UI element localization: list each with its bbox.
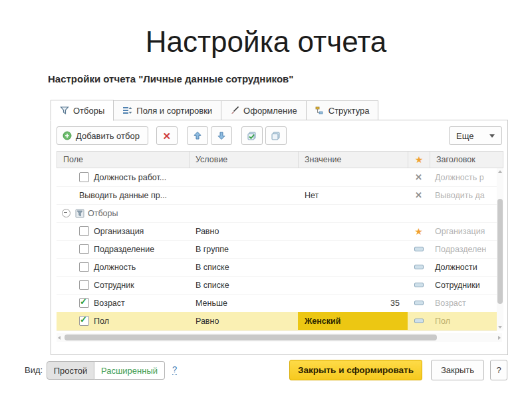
view-simple-button[interactable]: Простой [47,361,94,380]
add-filter-label: Добавить отбор [76,131,140,141]
close-and-generate-button[interactable]: Закрыть и сформировать [289,360,422,380]
scroll-down-icon[interactable] [498,326,502,329]
table-row[interactable]: Возраст Меньше 35 Возраст [57,294,503,313]
table-row[interactable]: Выводить данные пр... Нет ✕ Выводить да [57,186,503,205]
title-cell[interactable]: Сотрудники [430,276,503,294]
horizontal-scrollbar[interactable] [57,333,502,342]
title-cell[interactable]: Должность р [430,168,503,186]
group-label: Отборы [88,209,118,218]
table-row[interactable]: Сотрудник В списке Сотрудники [57,276,503,295]
condition-cell[interactable]: В группе [189,240,298,258]
tab-appearance[interactable]: Оформление [221,100,306,120]
field-label: Пол [94,317,109,326]
field-label: Сотрудник [94,281,134,290]
collapse-icon[interactable] [62,209,70,217]
table-row[interactable]: Должность работ... ✕ Должность р [57,168,503,187]
condition-cell[interactable] [189,186,298,204]
field-label: Организация [94,227,144,236]
column-header-field[interactable]: Поле [57,152,190,168]
checkbox-checked[interactable] [79,298,89,308]
brush-icon [230,106,239,115]
checkbox[interactable] [79,226,89,236]
table-row[interactable]: Организация Равно ★ Организация [57,222,503,241]
help-button[interactable]: ? [490,360,507,380]
vertical-scrollbar-thumb[interactable] [497,199,503,304]
view-switcher: Простой Расширенный [47,361,165,380]
tab-fields-sorting[interactable]: Поля и сортировки [114,100,221,120]
delete-filter-button[interactable]: ✕ [156,126,178,145]
more-button[interactable]: Еще [449,126,502,145]
view-extended-button[interactable]: Расширенный [94,361,165,380]
vertical-scrollbar[interactable] [497,168,503,331]
delete-x-icon: ✕ [163,131,172,141]
horizontal-scrollbar-thumb[interactable] [65,334,437,340]
tab-filters[interactable]: Отборы [51,100,114,121]
table-row-selected[interactable]: Пол Равно Женский Пол [57,312,503,331]
column-header-title[interactable]: Заголовок [430,152,503,168]
title-cell[interactable]: Возраст [430,294,503,312]
field-label: Возраст [94,299,125,308]
equals-icon [414,319,424,323]
checkbox-checked[interactable] [79,316,89,326]
value-cell[interactable]: Нет [298,186,408,204]
condition-cell[interactable]: Равно [189,312,298,330]
scroll-left-icon[interactable] [58,336,61,340]
equals-icon [414,265,424,269]
view-help-link[interactable]: ? [172,365,177,375]
scroll-up-icon[interactable] [498,170,502,173]
fields-sort-icon [122,106,132,115]
view-label: Вид: [25,365,43,375]
value-cell[interactable] [298,222,408,240]
table-row[interactable]: Подразделение В группе Подразделен [57,240,503,259]
title-cell[interactable]: Пол [430,312,503,330]
field-label: Должность [94,263,136,272]
condition-cell[interactable] [189,168,298,186]
field-label: Должность работ... [94,173,166,182]
title-cell[interactable]: Выводить да [430,186,503,204]
tab-structure[interactable]: Структура [306,100,379,120]
table-header: Поле Условие Значение ★ Заголовок [57,151,503,168]
column-header-value[interactable]: Значение [299,152,408,168]
uncheck-all-button[interactable] [265,126,287,145]
value-cell[interactable] [298,168,408,186]
value-cell[interactable] [298,276,408,294]
value-cell[interactable] [298,240,408,258]
move-up-button[interactable] [187,126,208,145]
condition-cell[interactable]: В списке [189,258,298,276]
close-button[interactable]: Закрыть [431,360,484,380]
filters-panel: Добавить отбор ✕ Еще Поле Условие Значен… [51,120,508,355]
report-settings-subtitle: Настройки отчета "Личные данные сотрудни… [48,73,293,84]
filters-toolbar: Добавить отбор ✕ Еще [57,126,502,146]
field-label: Подразделение [94,245,154,254]
checkbox[interactable] [79,262,89,272]
value-cell[interactable]: 35 [298,294,408,312]
value-cell[interactable] [298,258,408,276]
plus-circle-icon [63,131,72,140]
structure-icon [315,106,325,115]
scroll-right-icon[interactable] [498,336,501,340]
condition-cell[interactable]: В списке [189,276,298,294]
condition-cell[interactable]: Равно [189,222,298,240]
page-title: Настройка отчета [0,25,532,59]
checkbox[interactable] [79,244,89,254]
column-header-condition[interactable]: Условие [190,152,299,168]
value-cell-highlighted[interactable]: Женский [298,312,408,330]
checkbox[interactable] [79,280,89,290]
arrow-down-icon [217,131,226,140]
equals-icon [414,283,424,287]
checkbox[interactable] [79,172,89,182]
caret-down-icon [489,134,495,138]
condition-cell[interactable]: Меньше [189,294,298,312]
funnel-icon [60,106,69,115]
table-row-group[interactable]: Отборы [57,204,503,223]
title-cell[interactable]: Организация [430,222,503,240]
add-filter-button[interactable]: Добавить отбор [57,126,148,145]
star-icon: ★ [415,154,424,165]
table-row[interactable]: Должность В списке Должности [57,258,503,277]
arrow-up-icon [193,131,202,140]
check-all-button[interactable] [241,126,263,145]
title-cell[interactable]: Должности [430,258,503,276]
move-down-button[interactable] [211,126,232,145]
title-cell[interactable]: Подразделен [430,240,503,258]
column-header-marker[interactable]: ★ [408,152,430,168]
